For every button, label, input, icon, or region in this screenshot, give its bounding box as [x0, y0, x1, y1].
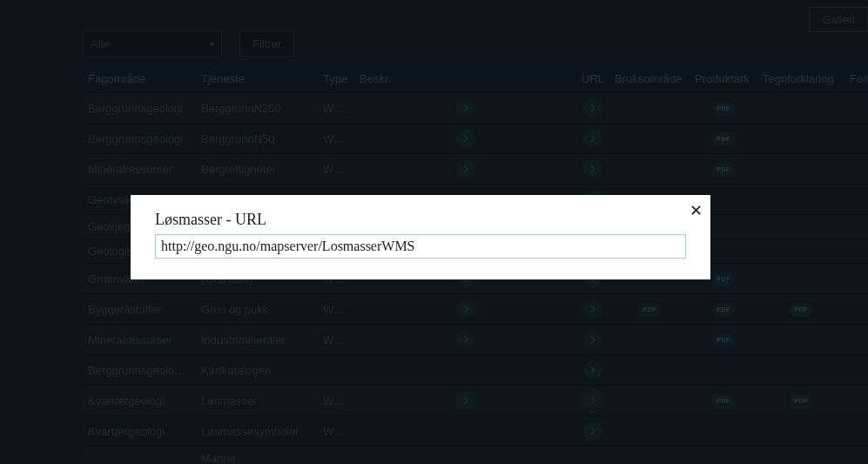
modal-title: Løsmasser - URL [155, 211, 686, 229]
modal-url-input[interactable] [155, 234, 686, 259]
url-modal: ✕ Løsmasser - URL [131, 195, 710, 279]
modal-close-button[interactable]: ✕ [684, 202, 702, 219]
